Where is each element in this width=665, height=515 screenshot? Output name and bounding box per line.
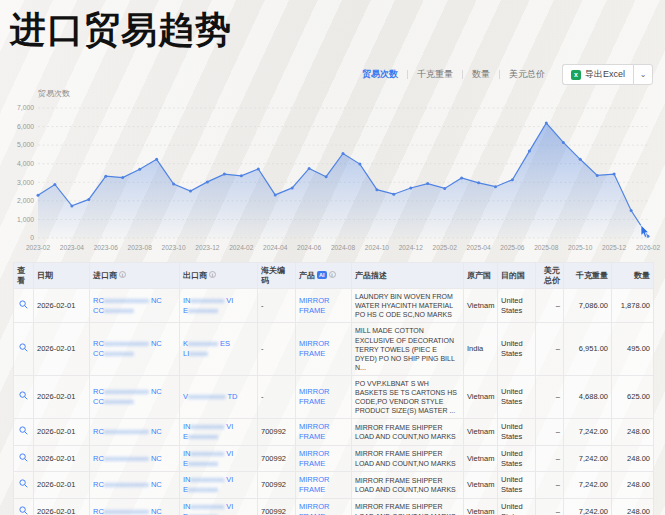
product-link[interactable]: MIRROR FRAME (299, 422, 329, 441)
col-header-usd[interactable]: 美元总价 (536, 263, 564, 289)
exporter-link[interactable]: Exxxxxxxx (183, 485, 254, 495)
exporter-link[interactable]: Vxxxxxxxxxx TD (183, 392, 254, 402)
importer-link[interactable]: RCxxxxxxxxxxxx NC (93, 480, 176, 490)
importer-link[interactable]: RCxxxxxxxxxxxx NC (93, 296, 176, 306)
data-point[interactable] (562, 141, 565, 144)
info-icon[interactable]: i (329, 271, 336, 278)
exporter-link[interactable]: Kxxxxxxxx ES (183, 339, 254, 349)
col-header-exporter[interactable]: 出口商i (180, 263, 258, 289)
data-point[interactable] (206, 180, 209, 183)
data-point[interactable] (104, 175, 107, 178)
data-point[interactable] (240, 174, 243, 177)
data-point[interactable] (87, 198, 90, 201)
col-header-importer[interactable]: 进口商i (90, 263, 180, 289)
cell-destination-country: United States (498, 323, 536, 375)
exporter-link[interactable]: INxxxxxxxxx VI (183, 449, 254, 459)
product-link[interactable]: MIRROR FRAME (299, 387, 329, 406)
data-point[interactable] (392, 193, 395, 196)
data-point[interactable] (342, 152, 345, 155)
data-point[interactable] (325, 175, 328, 178)
info-icon[interactable]: i (209, 271, 216, 278)
col-header-view[interactable]: 查看 (14, 263, 34, 289)
view-details-icon[interactable] (19, 453, 28, 465)
importer-link[interactable]: RCxxxxxxxxxxxx NC (93, 387, 176, 397)
data-point[interactable] (596, 174, 599, 177)
product-link[interactable]: MIRROR FRAME (299, 502, 329, 515)
data-point[interactable] (172, 183, 175, 186)
exporter-link[interactable]: Exxxxxxxx (183, 512, 254, 515)
data-point[interactable] (70, 204, 73, 207)
col-header-hs[interactable]: 海关编码 (258, 263, 296, 289)
col-header-product[interactable]: 产品AIi (296, 263, 352, 289)
importer-link-redacted: xxxxxxxxxxxx (104, 454, 149, 463)
view-details-icon[interactable] (19, 391, 28, 403)
export-excel-button[interactable]: x 导出Excel (562, 64, 633, 85)
data-point[interactable] (308, 167, 311, 170)
data-point[interactable] (630, 209, 633, 212)
data-point[interactable] (443, 187, 446, 190)
col-header-date[interactable]: 日期 (34, 263, 90, 289)
importer-link[interactable]: RCxxxxxxxxxxxx NC (93, 507, 176, 515)
view-details-icon[interactable] (19, 343, 28, 355)
data-point[interactable] (155, 158, 158, 161)
tab-千克重量[interactable]: 千克重量 (408, 68, 462, 81)
exporter-link[interactable]: Exxxxxxxx (183, 432, 254, 442)
col-header-qty[interactable]: 数量 (612, 263, 654, 289)
exporter-link[interactable]: Exxxxxxxx (183, 459, 254, 469)
view-details-icon[interactable] (19, 506, 28, 515)
exporter-link[interactable]: INxxxxxxxxx VI (183, 502, 254, 512)
tab-美元总价[interactable]: 美元总价 (500, 68, 554, 81)
cell-hs-code: 700992 (258, 445, 296, 472)
data-point[interactable] (426, 182, 429, 185)
view-details-icon[interactable] (19, 426, 28, 438)
data-point[interactable] (494, 185, 497, 188)
data-point[interactable] (189, 190, 192, 193)
view-details-icon[interactable] (19, 300, 28, 312)
x-tick-label: 2024-08 (331, 244, 356, 251)
data-point[interactable] (37, 194, 40, 197)
exporter-link[interactable]: LIxxxxx (183, 349, 254, 359)
product-link[interactable]: MIRROR FRAME (299, 339, 329, 358)
data-point[interactable] (375, 188, 378, 191)
data-point[interactable] (460, 177, 463, 180)
data-point[interactable] (291, 186, 294, 189)
importer-link[interactable]: CCxxxxxxxx (93, 306, 176, 316)
exporter-link[interactable]: INxxxxxxxxx VI (183, 296, 254, 306)
data-point[interactable] (579, 158, 582, 161)
cell-importer: RCxxxxxxxxxxxx NC (90, 498, 180, 515)
exporter-link[interactable]: INxxxxxxxxx VI (183, 422, 254, 432)
data-point[interactable] (613, 173, 616, 176)
data-point[interactable] (511, 178, 514, 181)
data-point[interactable] (53, 183, 56, 186)
export-dropdown-button[interactable]: ⌄ (633, 64, 653, 85)
exporter-link[interactable]: INxxxxxxxxx VI (183, 475, 254, 485)
col-header-origin[interactable]: 原产国 (464, 263, 498, 289)
importer-link[interactable]: CCxxxxxxxx (93, 397, 176, 407)
data-point[interactable] (528, 150, 531, 153)
cell-product: MIRROR FRAME (296, 445, 352, 472)
data-point[interactable] (274, 193, 277, 196)
data-point[interactable] (409, 187, 412, 190)
data-point[interactable] (477, 181, 480, 184)
importer-link[interactable]: RCxxxxxxxxxxxx NC (93, 454, 176, 464)
tab-数量[interactable]: 数量 (463, 68, 499, 81)
exporter-link[interactable]: Exxxxxxxx (183, 306, 254, 316)
product-link[interactable]: MIRROR FRAME (299, 449, 329, 468)
product-link[interactable]: MIRROR FRAME (299, 296, 329, 315)
data-point[interactable] (257, 167, 260, 170)
col-header-kg[interactable]: 千克重量 (564, 263, 612, 289)
importer-link[interactable]: RCxxxxxxxxxxxx NC (93, 427, 176, 437)
tab-贸易次数[interactable]: 贸易次数 (353, 68, 407, 81)
col-header-desc[interactable]: 产品描述 (352, 263, 464, 289)
data-point[interactable] (138, 168, 141, 171)
data-point[interactable] (223, 173, 226, 176)
data-point[interactable] (358, 163, 361, 166)
product-link[interactable]: MIRROR FRAME (299, 475, 329, 494)
view-details-icon[interactable] (19, 479, 28, 491)
info-icon[interactable]: i (119, 271, 126, 278)
importer-link[interactable]: RCxxxxxxxxxxxx NC (93, 339, 176, 349)
data-point[interactable] (545, 122, 548, 125)
col-header-dest[interactable]: 目的国 (498, 263, 536, 289)
data-point[interactable] (121, 176, 124, 179)
importer-link[interactable]: CCxxxxxxxx (93, 349, 176, 359)
